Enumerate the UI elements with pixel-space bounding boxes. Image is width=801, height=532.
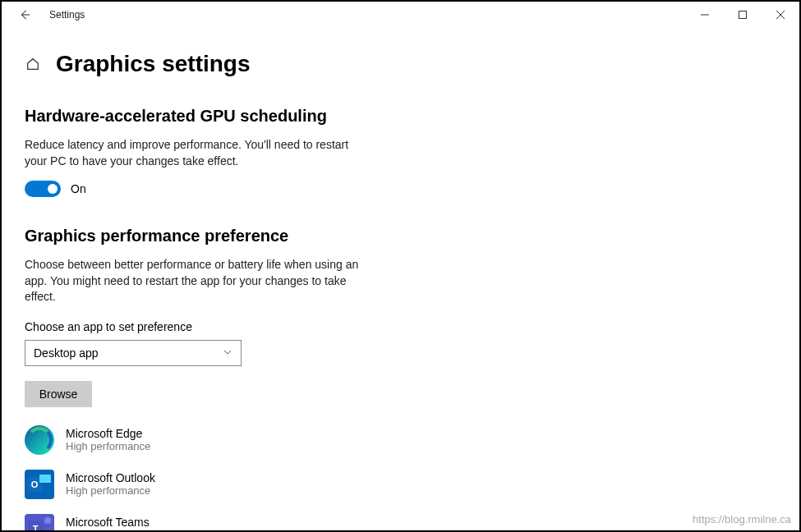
back-arrow-icon [19,9,30,21]
perf-section-title: Graphics performance preference [25,227,799,245]
gpu-toggle-row: On [25,181,799,197]
app-name: Microsoft Outlook [66,471,155,484]
app-item-outlook[interactable]: O Microsoft Outlook High performance [25,470,799,499]
perf-section-description: Choose between better performance or bat… [25,257,370,305]
watermark: https://blog.rmilne.ca [693,513,791,525]
page-title: Graphics settings [56,51,251,77]
app-info: Microsoft Outlook High performance [66,471,155,497]
teams-icon: T [25,514,54,532]
outlook-icon: O [25,470,54,499]
browse-button[interactable]: Browse [25,381,92,407]
app-perf-label: High performance [66,440,150,452]
page-header: Graphics settings [25,51,799,77]
window-title: Settings [49,9,85,21]
toggle-knob [48,184,58,194]
app-name: Microsoft Edge [66,427,150,440]
gpu-toggle-label: On [71,182,86,195]
close-button[interactable] [762,2,799,28]
home-icon[interactable] [25,56,41,72]
dropdown-value: Desktop app [34,346,99,360]
maximize-icon [739,11,747,19]
minimize-button[interactable] [686,2,724,28]
choose-app-label: Choose an app to set preference [25,320,799,333]
app-info: Microsoft Teams High performance [66,516,150,532]
maximize-button[interactable] [724,2,762,28]
app-perf-label: High performance [66,484,155,497]
app-perf-label: High performance [66,529,150,532]
chevron-down-icon [223,346,232,360]
back-button[interactable] [16,7,33,23]
app-type-dropdown[interactable]: Desktop app [25,340,242,366]
app-name: Microsoft Teams [66,516,150,529]
content-area: Graphics settings Hardware-accelerated G… [2,28,799,532]
edge-icon [25,425,54,455]
svg-rect-0 [739,11,747,19]
app-info: Microsoft Edge High performance [66,427,150,452]
app-item-edge[interactable]: Microsoft Edge High performance [25,425,799,455]
close-icon [776,11,785,19]
gpu-toggle[interactable] [25,181,61,197]
app-list: Microsoft Edge High performance O Micros… [25,425,799,532]
gpu-section-description: Reduce latency and improve performance. … [25,137,370,169]
minimize-icon [701,11,709,19]
app-item-teams[interactable]: T Microsoft Teams High performance [25,514,799,532]
gpu-section-title: Hardware-accelerated GPU scheduling [25,107,799,126]
window-controls [686,2,799,28]
titlebar: Settings [2,2,799,28]
